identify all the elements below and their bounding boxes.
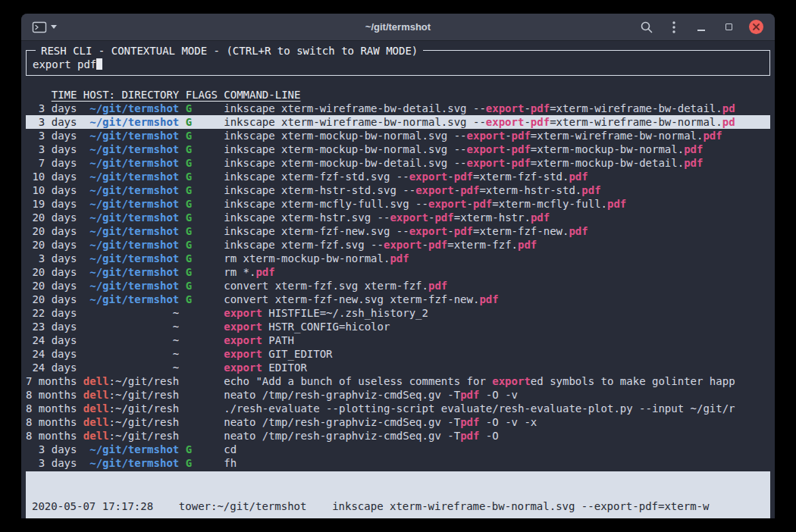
history-row[interactable]: 20 days ~/git/termshot G rm *.pdf	[26, 265, 770, 279]
row-command: convert xterm-fzf-new.svg xterm-fzf-new.…	[224, 293, 770, 306]
row-flags: G	[186, 197, 218, 211]
chevron-down-icon	[51, 25, 57, 29]
history-row[interactable]: 8 months dell:~/git/resh neato /tmp/resh…	[26, 429, 770, 443]
row-hostdir: dell:~/git/resh	[83, 429, 179, 443]
history-row[interactable]: 3 days ~/git/termshot G rm xterm-mockup-…	[26, 252, 770, 265]
restore-button[interactable]	[719, 17, 738, 37]
row-time: 24 days	[26, 333, 77, 347]
minimize-button[interactable]	[691, 17, 711, 37]
titlebar-left-group	[32, 21, 57, 33]
row-flags	[186, 388, 218, 402]
row-time: 24 days	[26, 347, 77, 361]
history-row[interactable]: 20 days ~/git/termshot G inkscape xterm-…	[26, 211, 770, 224]
table-header: TIME HOST: DIRECTORY FLAGS COMMAND-LINE	[26, 88, 770, 102]
row-time: 22 days	[26, 306, 77, 320]
terminal-icon	[32, 21, 47, 33]
row-flags	[186, 402, 218, 415]
row-time: 19 days	[26, 197, 77, 211]
row-time: 8 months	[26, 429, 77, 443]
titlebar[interactable]: ~/git/termshot	[21, 14, 775, 41]
history-row[interactable]: 10 days ~/git/termshot G inkscape xterm-…	[26, 170, 770, 183]
search-input[interactable]: export pdf	[33, 58, 763, 71]
terminal-window: ~/git/termshot	[21, 14, 775, 518]
history-row[interactable]: 7 days ~/git/termshot G inkscape xterm-m…	[26, 156, 770, 170]
search-button[interactable]	[637, 17, 657, 37]
row-flags: G	[186, 265, 218, 279]
row-command: inkscape xterm-mockup-bw-normal.svg --ex…	[224, 129, 770, 142]
history-row[interactable]: 3 days ~/git/termshot G inkscape xterm-w…	[26, 115, 770, 129]
text-cursor	[96, 58, 102, 70]
terminal-content: RESH CLI - CONTEXTUAL MODE - (CTRL+R to …	[21, 41, 775, 518]
history-row[interactable]: 24 days ~ export GIT_EDITOR	[26, 347, 770, 361]
row-flags: G	[186, 211, 218, 224]
history-row[interactable]: 19 days ~/git/termshot G inkscape xterm-…	[26, 197, 770, 211]
detail-line1: 2020-05-07 17:17:28 tower:~/git/termshot…	[32, 499, 764, 513]
row-hostdir: ~/git/termshot	[83, 252, 179, 265]
row-flags	[186, 333, 218, 347]
row-hostdir: ~/git/termshot	[83, 293, 179, 306]
row-command: export HSTR_CONFIG=hicolor	[224, 320, 770, 333]
row-hostdir: ~/git/termshot	[83, 197, 179, 211]
table-header-text: TIME HOST: DIRECTORY FLAGS COMMAND-LINE	[52, 89, 301, 101]
row-hostdir: ~/git/termshot	[83, 102, 179, 115]
row-time: 23 days	[26, 320, 77, 333]
row-flags: G	[186, 456, 218, 470]
row-flags: G	[186, 238, 218, 252]
row-time: 20 days	[26, 293, 77, 306]
history-row[interactable]: 20 days ~/git/termshot G convert xterm-f…	[26, 279, 770, 293]
row-hostdir: ~/git/termshot	[83, 224, 179, 238]
history-row[interactable]: 24 days ~ export PATH	[26, 333, 770, 347]
row-command: inkscape xterm-mockup-bw-normal.svg --ex…	[224, 142, 770, 156]
row-flags: G	[186, 183, 218, 197]
row-time: 20 days	[26, 211, 77, 224]
row-hostdir: ~/git/termshot	[83, 279, 179, 293]
row-hostdir: dell:~/git/resh	[83, 415, 179, 429]
history-row[interactable]: 23 days ~ export HSTR_CONFIG=hicolor	[26, 320, 770, 333]
row-time: 8 months	[26, 402, 77, 415]
history-row[interactable]: 3 days ~/git/termshot G cd	[26, 443, 770, 456]
titlebar-right-group	[637, 17, 766, 37]
history-row[interactable]: 20 days ~/git/termshot G inkscape xterm-…	[26, 238, 770, 252]
history-row[interactable]: 20 days ~/git/termshot G convert xterm-f…	[26, 293, 770, 306]
row-command: export HISTFILE=~/.zsh_history_2	[224, 306, 770, 320]
row-hostdir: ~/git/termshot	[83, 156, 179, 170]
row-hostdir: ~/git/termshot	[83, 456, 179, 470]
row-command: rm xterm-mockup-bw-normal.pdf	[224, 252, 770, 265]
row-flags	[186, 374, 218, 388]
close-button[interactable]	[746, 17, 766, 37]
row-hostdir: ~/git/termshot	[83, 183, 179, 197]
row-command: echo "Add a bunch of useless comments fo…	[224, 374, 770, 388]
row-command: inkscape xterm-hstr-std.svg --export-pdf…	[224, 183, 770, 197]
row-flags: G	[186, 443, 218, 456]
new-terminal-button[interactable]	[32, 21, 57, 33]
row-hostdir: ~	[83, 347, 179, 361]
minimize-icon	[697, 30, 705, 31]
history-row[interactable]: 3 days ~/git/termshot G inkscape xterm-m…	[26, 142, 770, 156]
row-hostdir: ~	[83, 306, 179, 320]
history-row[interactable]: 8 months dell:~/git/resh ./resh-evaluate…	[26, 402, 770, 415]
menu-button[interactable]	[664, 17, 684, 37]
row-flags: G	[186, 102, 218, 115]
row-time: 7 days	[26, 156, 77, 170]
row-flags: G	[186, 156, 218, 170]
history-row[interactable]: 20 days ~/git/termshot G inkscape xterm-…	[26, 224, 770, 238]
row-time: 10 days	[26, 183, 77, 197]
history-row[interactable]: 10 days ~/git/termshot G inkscape xterm-…	[26, 183, 770, 197]
row-command: export GIT_EDITOR	[224, 347, 770, 361]
row-time: 10 days	[26, 170, 77, 183]
row-hostdir: ~/git/termshot	[83, 265, 179, 279]
row-time: 3 days	[26, 115, 77, 129]
history-row[interactable]: 3 days ~/git/termshot G inkscape xterm-m…	[26, 129, 770, 142]
history-row[interactable]: 24 days ~ export EDITOR	[26, 361, 770, 374]
history-row[interactable]: 8 months dell:~/git/resh neato /tmp/resh…	[26, 388, 770, 402]
search-panel-title: RESH CLI - CONTEXTUAL MODE - (CTRL+R to …	[36, 44, 423, 58]
row-hostdir: dell:~/git/resh	[83, 374, 179, 388]
row-command: inkscape xterm-fzf.svg --export-pdf=xter…	[224, 238, 770, 252]
row-hostdir: ~/git/termshot	[83, 211, 179, 224]
row-flags	[186, 347, 218, 361]
history-row[interactable]: 7 months dell:~/git/resh echo "Add a bun…	[26, 374, 770, 388]
history-row[interactable]: 8 months dell:~/git/resh neato /tmp/resh…	[26, 415, 770, 429]
history-row[interactable]: 3 days ~/git/termshot G inkscape xterm-w…	[26, 102, 770, 115]
history-row[interactable]: 3 days ~/git/termshot G fh	[26, 456, 770, 470]
history-row[interactable]: 22 days ~ export HISTFILE=~/.zsh_history…	[26, 306, 770, 320]
